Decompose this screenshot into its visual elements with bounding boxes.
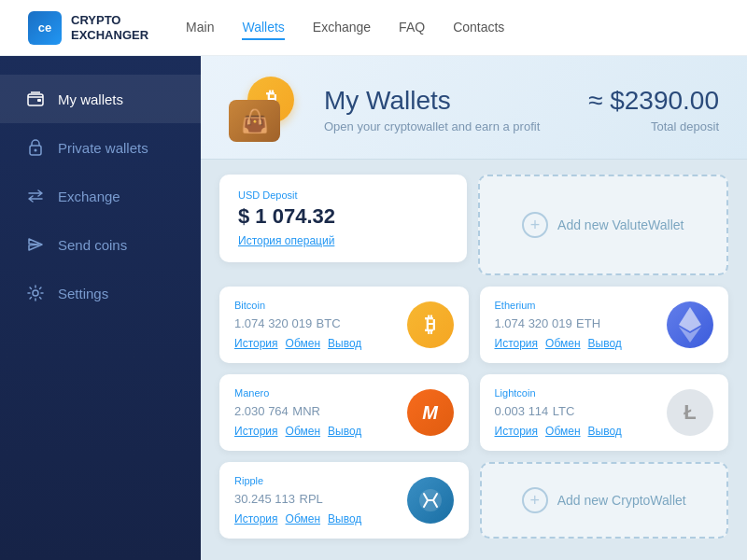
main-content: ₿ 👜 My Wallets Open your cryptowallet an…: [201, 56, 747, 560]
sidebar-label-settings: Settings: [58, 286, 108, 301]
crypto-card-etherium: Etherium 1.074 320 019 ETH История Обмен…: [480, 287, 729, 363]
etherium-history-link[interactable]: История: [495, 337, 539, 350]
wallet-bag-icon: 👜: [229, 100, 280, 142]
ripple-amount: 30.245 113 RPL: [234, 490, 407, 507]
gear-icon: [26, 284, 45, 302]
usd-history-link[interactable]: История операций: [238, 234, 335, 247]
hero-text: My Wallets Open your cryptowallet and ea…: [324, 86, 540, 133]
lightcoin-links: История Обмен Вывод: [495, 425, 668, 438]
etherium-amount: 1.074 320 019 ETH: [495, 315, 668, 331]
sidebar-item-my-wallets[interactable]: My wallets: [0, 75, 201, 123]
nav-main[interactable]: Main: [186, 16, 214, 40]
sidebar-label-exchange: Exchange: [58, 189, 120, 204]
hero-subtitle: Open your cryptowallet and earn a profit: [324, 119, 540, 133]
etherium-name: Etherium: [495, 300, 668, 311]
sidebar-item-settings[interactable]: Settings: [0, 269, 201, 317]
sidebar-item-private-wallets[interactable]: Private wallets: [0, 123, 201, 172]
etherium-links: История Обмен Вывод: [495, 337, 668, 350]
nav-contacts[interactable]: Contacts: [453, 16, 504, 40]
exchange-icon: [26, 187, 45, 205]
sidebar-label-send-coins: Send coins: [58, 237, 127, 253]
ripple-exchange-link[interactable]: Обмен: [286, 512, 321, 525]
bitcoin-name: Bitcoin: [234, 300, 407, 311]
sidebar-item-send-coins[interactable]: Send coins: [0, 220, 201, 269]
bitcoin-logo: ₿: [407, 301, 454, 348]
add-valute-label: Add new ValuteWallet: [557, 217, 684, 232]
lock-icon: [26, 138, 45, 157]
ripple-logo: [407, 477, 454, 524]
crypto-card-lightcoin: Lightcoin 0.003 114 LTC История Обмен Вы…: [480, 374, 729, 451]
logo: ce CRYPTO EXCHANGER: [28, 11, 148, 45]
manero-amount: 2.030 764 MNR: [234, 402, 407, 419]
wallet-hero: ₿ 👜 My Wallets Open your cryptowallet an…: [201, 56, 747, 160]
bitcoin-history-link[interactable]: История: [234, 337, 278, 350]
usd-deposit-amount: $ 1 074.32: [238, 204, 335, 229]
send-icon: [26, 235, 45, 254]
add-crypto-plus-icon: +: [522, 487, 548, 513]
lightcoin-amount: 0.003 114 LTC: [495, 402, 668, 419]
crypto-card-bitcoin: Bitcoin 1.074 320 019 BTC История Обмен …: [219, 287, 469, 363]
bitcoin-info: Bitcoin 1.074 320 019 BTC История Обмен …: [234, 300, 407, 350]
hero-total-label: Total deposit: [588, 119, 719, 133]
lightcoin-withdraw-link[interactable]: Вывод: [588, 425, 622, 438]
lightcoin-name: Lightcoin: [495, 387, 668, 399]
manero-logo: M: [407, 389, 454, 436]
lightcoin-exchange-link[interactable]: Обмен: [545, 425, 581, 438]
ripple-name: Ripple: [234, 475, 407, 486]
lightcoin-info: Lightcoin 0.003 114 LTC История Обмен Вы…: [495, 387, 668, 438]
crypto-card-ripple: Ripple 30.245 113 RPL История Обмен Выво…: [219, 462, 469, 539]
nav-exchange[interactable]: Exchange: [313, 16, 371, 40]
sidebar-item-exchange[interactable]: Exchange: [0, 172, 201, 220]
header: ce CRYPTO EXCHANGER Main Wallets Exchang…: [0, 0, 747, 56]
wallet-icon: [26, 90, 45, 108]
etherium-exchange-link[interactable]: Обмен: [545, 337, 581, 350]
svg-marker-5: [679, 307, 701, 331]
manero-withdraw-link[interactable]: Вывод: [328, 425, 361, 438]
usd-deposit-label: USD Deposit: [238, 189, 335, 201]
hero-icon-area: ₿ 👜: [229, 77, 303, 142]
sidebar-label-my-wallets: My wallets: [58, 91, 123, 107]
ripple-links: История Обмен Вывод: [234, 512, 407, 525]
manero-links: История Обмен Вывод: [234, 425, 407, 438]
layout: My wallets Private wallets Exchange: [0, 56, 747, 560]
nav-wallets[interactable]: Wallets: [242, 16, 284, 40]
manero-name: Manero: [234, 387, 407, 399]
nav-faq[interactable]: FAQ: [399, 16, 425, 40]
bitcoin-amount: 1.074 320 019 BTC: [234, 315, 407, 331]
top-cards-row: USD Deposit $ 1 074.32 История операций …: [219, 175, 728, 275]
hero-title: My Wallets: [324, 86, 540, 116]
ripple-withdraw-link[interactable]: Вывод: [328, 512, 361, 525]
svg-point-4: [33, 290, 38, 296]
lightcoin-logo: Ł: [667, 389, 713, 436]
manero-history-link[interactable]: История: [234, 425, 278, 438]
bitcoin-links: История Обмен Вывод: [234, 337, 407, 350]
content-area: USD Deposit $ 1 074.32 История операций …: [201, 160, 747, 553]
etherium-logo: [667, 301, 713, 348]
logo-icon: ce: [28, 11, 62, 45]
ripple-history-link[interactable]: История: [234, 512, 278, 525]
crypto-cards-grid: Bitcoin 1.074 320 019 BTC История Обмен …: [219, 287, 728, 539]
sidebar: My wallets Private wallets Exchange: [0, 56, 201, 560]
add-crypto-label: Add new CryptoWallet: [557, 493, 686, 508]
bitcoin-exchange-link[interactable]: Обмен: [286, 337, 321, 350]
etherium-info: Etherium 1.074 320 019 ETH История Обмен…: [495, 300, 668, 350]
add-valute-card[interactable]: + Add new ValuteWallet: [478, 175, 729, 275]
svg-rect-1: [37, 99, 41, 102]
sidebar-label-private-wallets: Private wallets: [58, 140, 148, 156]
bitcoin-withdraw-link[interactable]: Вывод: [328, 337, 361, 350]
usd-deposit-card: USD Deposit $ 1 074.32 История операций: [219, 175, 467, 262]
svg-point-3: [35, 149, 37, 152]
main-nav: Main Wallets Exchange FAQ Contacts: [186, 16, 504, 40]
manero-exchange-link[interactable]: Обмен: [286, 425, 321, 438]
crypto-card-manero: Manero 2.030 764 MNR История Обмен Вывод…: [219, 374, 469, 451]
lightcoin-history-link[interactable]: История: [495, 425, 539, 438]
ripple-info: Ripple 30.245 113 RPL История Обмен Выво…: [234, 475, 407, 525]
manero-info: Manero 2.030 764 MNR История Обмен Вывод: [234, 387, 407, 438]
logo-text: CRYPTO EXCHANGER: [71, 13, 148, 42]
hero-total-amount: ≈ $2390.00: [588, 86, 719, 116]
hero-total: ≈ $2390.00 Total deposit: [588, 86, 719, 133]
add-valute-plus-icon: +: [522, 212, 548, 238]
etherium-withdraw-link[interactable]: Вывод: [588, 337, 622, 350]
add-crypto-card[interactable]: + Add new CryptoWallet: [480, 462, 729, 539]
